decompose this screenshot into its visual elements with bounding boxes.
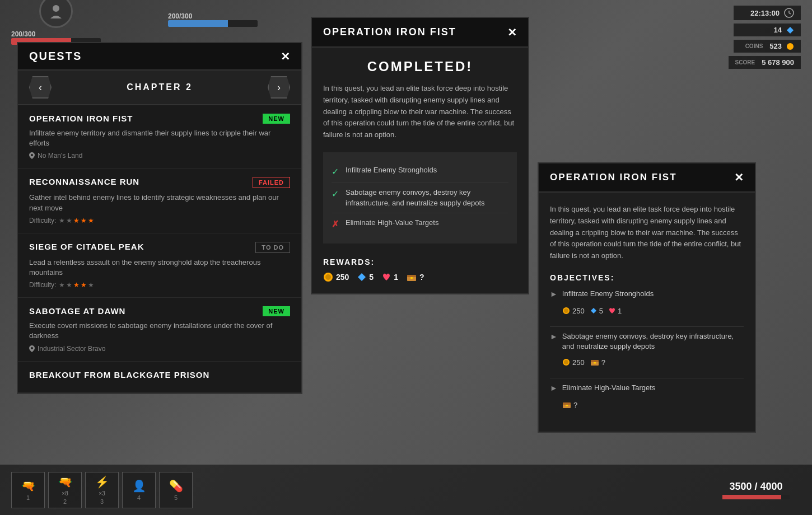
detail-obj-header-2: ► Sabotage enemy convoys, destroy key in… xyxy=(550,331,744,352)
detail-obj-text-1: Infiltrate Enemy Strongholds xyxy=(562,289,654,299)
second-fill xyxy=(168,20,228,27)
slot-number-5: 5 xyxy=(174,494,178,501)
diamond-value: 14 xyxy=(774,26,782,34)
second-bar xyxy=(168,20,258,27)
objective-row-2: ✓ Sabotage enemy convoys, destroy key in… xyxy=(332,183,508,213)
chapter-next-button[interactable]: › xyxy=(268,76,290,99)
star-s1: ★ xyxy=(59,281,65,289)
detail-reward-chest-3: ? xyxy=(562,401,577,409)
quest-name-siege: SIEGE OF CITADEL PEAK xyxy=(29,242,250,251)
reward-coin: 250 xyxy=(323,272,349,282)
score-label: SCORE xyxy=(735,59,755,65)
star-s2: ★ xyxy=(66,281,72,289)
detail-reward-heart-1: 1 xyxy=(609,307,622,315)
completed-header: OPERATION IRON FIST ✕ xyxy=(312,18,528,48)
slot-number-1: 1 xyxy=(26,494,30,501)
clock-icon xyxy=(784,8,794,18)
quest-desc-recon: Gather intel behind enemy lines to ident… xyxy=(29,193,290,213)
detail-coin-val-2: 250 xyxy=(572,358,585,367)
quest-item-breakout[interactable]: BREAKOUT FROM BLACKGATE PRISON xyxy=(18,362,301,393)
svg-rect-19 xyxy=(594,362,596,364)
quest-header-recon: RECONNAISSANCE RUN FAILED xyxy=(29,177,290,188)
rewards-section: REWARDS: 250 5 1 ? xyxy=(323,255,517,282)
objective-check-2: ✓ xyxy=(332,188,339,200)
quest-name-iron-fist: OPERATION IRON FIST xyxy=(29,114,257,123)
rewards-label: REWARDS: xyxy=(323,258,517,266)
detail-diamond-val-1: 5 xyxy=(599,307,603,315)
completed-close-button[interactable]: ✕ xyxy=(507,27,517,38)
detail-obj-rewards-1: 250 5 1 xyxy=(562,303,744,319)
objective-text-2: Sabotage enemy convoys, destroy key infr… xyxy=(346,188,508,208)
reward-chest: ? xyxy=(407,273,424,282)
timer-display: 22:13:00 xyxy=(734,6,801,20)
detail-close-button[interactable]: ✕ xyxy=(734,172,744,183)
detail-obj-rewards-3: ? xyxy=(562,397,744,413)
hotbar-slot-5[interactable]: 💊 5 xyxy=(159,472,193,508)
slot-number-3: 3 xyxy=(100,498,104,505)
slot-icon-1: 🔫 xyxy=(21,479,35,493)
expand-icon-1[interactable]: ► xyxy=(550,289,558,300)
quest-header-breakout: BREAKOUT FROM BLACKGATE PRISON xyxy=(29,370,290,380)
chest-reward-icon xyxy=(407,273,417,282)
obj-divider-1 xyxy=(550,326,744,327)
location-icon xyxy=(29,152,35,159)
slot-icon-2: 🔫 xyxy=(58,475,72,489)
second-bar-label: 200/300 xyxy=(168,12,258,20)
quest-location-iron-fist: No Man's Land xyxy=(38,152,82,160)
heart-reward-icon xyxy=(382,273,391,282)
detail-panel: OPERATION IRON FIST ✕ In this quest, you… xyxy=(538,162,756,433)
reward-chest-value: ? xyxy=(419,273,424,282)
quest-badge-iron-fist: NEW xyxy=(263,114,290,124)
svg-point-3 xyxy=(787,43,794,50)
stars-recon: ★ ★ ★ ★ ★ xyxy=(59,217,94,224)
quests-title: QUESTS xyxy=(29,50,82,63)
detail-reward-diamond-1: 5 xyxy=(590,307,603,315)
expand-icon-2[interactable]: ► xyxy=(550,331,558,343)
quest-name-recon: RECONNAISSANCE RUN xyxy=(29,177,247,186)
detail-reward-coin-2: 250 xyxy=(562,358,585,367)
slot-icon-5: 💊 xyxy=(169,479,183,493)
quest-item-siege[interactable]: SIEGE OF CITADEL PEAK TO DO Lead a relen… xyxy=(18,233,301,298)
bottom-progress-fill xyxy=(722,495,781,499)
hud-right: 22:13:00 14 COINS 523 SCORE 5 678 900 xyxy=(729,6,801,69)
quests-panel: QUESTS ✕ ‹ CHAPTER 2 › OPERATION IRON FI… xyxy=(17,42,302,394)
quest-header-sabotage: SABOTAGE AT DAWN NEW xyxy=(29,306,290,316)
svg-point-13 xyxy=(564,308,568,313)
slot-count-3: ×3 xyxy=(99,490,105,497)
coins-label: COINS xyxy=(745,43,763,49)
detail-header: OPERATION IRON FIST ✕ xyxy=(539,163,755,193)
hotbar-slot-4[interactable]: 👤 4 xyxy=(122,472,156,508)
svg-rect-10 xyxy=(407,275,416,277)
hotbar-slot-1[interactable]: 🔫 1 xyxy=(11,472,45,508)
quest-item-recon[interactable]: RECONNAISSANCE RUN FAILED Gather intel b… xyxy=(18,168,301,233)
quest-item-iron-fist[interactable]: OPERATION IRON FIST NEW Infiltrate enemy… xyxy=(18,105,301,168)
expand-icon-3[interactable]: ► xyxy=(550,383,558,394)
coins-stat: COINS 523 xyxy=(734,40,801,53)
chapter-label: CHAPTER 2 xyxy=(127,82,193,92)
star-5: ★ xyxy=(88,217,94,224)
chapter-prev-button[interactable]: ‹ xyxy=(29,76,52,99)
health-label: 200/300 xyxy=(11,30,101,38)
reward-heart: 1 xyxy=(382,273,398,282)
detail-title: OPERATION IRON FIST xyxy=(550,172,677,183)
slot-number-2: 2 xyxy=(63,498,67,505)
heart-icon-detail-1 xyxy=(609,307,615,314)
hotbar-slot-3[interactable]: ⚡ ×3 3 xyxy=(85,472,119,508)
hotbar-slots: 🔫 1 🔫 ×8 2 ⚡ ×3 3 👤 4 💊 5 xyxy=(11,472,193,508)
bottom-stat: 3500 / 4000 xyxy=(722,481,790,499)
star-2: ★ xyxy=(66,217,72,224)
detail-heart-val-1: 1 xyxy=(618,307,622,315)
detail-description: In this quest, you lead an elite task fo… xyxy=(550,204,744,262)
quest-list: OPERATION IRON FIST NEW Infiltrate enemy… xyxy=(18,105,301,393)
hotbar-slot-2[interactable]: 🔫 ×8 2 xyxy=(48,472,82,508)
score-stat: SCORE 5 678 900 xyxy=(729,56,801,69)
quest-item-sabotage[interactable]: SABOTAGE AT DAWN NEW Execute covert miss… xyxy=(18,298,301,361)
detail-obj-2: ► Sabotage enemy convoys, destroy key in… xyxy=(550,331,744,370)
completed-objectives-list: ✓ Infiltrate Enemy Strongholds ✓ Sabotag… xyxy=(323,152,517,244)
star-s3: ★ xyxy=(73,281,80,289)
chest-icon-detail-2 xyxy=(590,358,599,366)
detail-reward-chest-2: ? xyxy=(590,358,605,367)
completed-description: In this quest, you lead an elite task fo… xyxy=(323,83,517,141)
quest-badge-sabotage: NEW xyxy=(263,306,290,316)
quests-close-button[interactable]: ✕ xyxy=(281,51,290,62)
